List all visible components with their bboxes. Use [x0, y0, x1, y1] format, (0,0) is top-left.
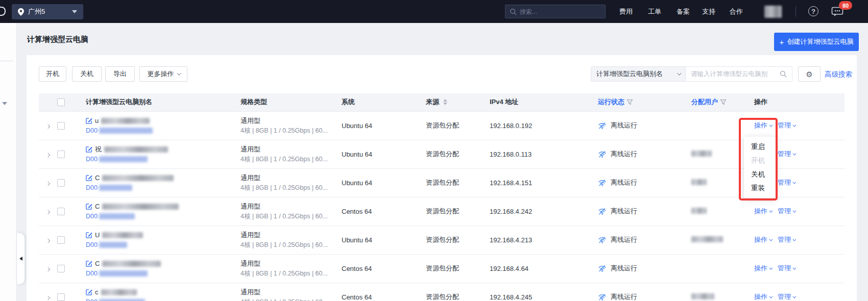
region-selector[interactable]: 广州5 — [12, 4, 83, 19]
nav-item-icp[interactable]: 备案 — [677, 0, 690, 23]
row-id-prefix: D00 — [86, 241, 98, 249]
expand-row-icon[interactable] — [46, 181, 50, 185]
chevron-down-icon — [792, 152, 796, 155]
row-manage-link[interactable]: 管理 — [778, 235, 795, 244]
status-text: 离线运行 — [611, 121, 637, 130]
wifi-offline-icon — [598, 122, 607, 130]
row-checkbox[interactable] — [57, 293, 65, 301]
row-action-link[interactable]: 操作 — [754, 121, 771, 130]
nav-item-ticket[interactable]: 工单 — [648, 0, 661, 23]
advanced-search-link[interactable]: 高级搜索 — [825, 70, 852, 79]
help-icon[interactable]: ? — [808, 6, 818, 16]
notification-badge[interactable]: 80 — [839, 1, 852, 10]
filter-funnel-icon[interactable] — [720, 99, 727, 106]
chevron-down-icon — [769, 266, 773, 269]
expand-row-icon[interactable] — [46, 238, 50, 242]
row-checkbox[interactable] — [57, 122, 65, 130]
row-id-prefix: D00 — [86, 184, 98, 192]
filter-search-input[interactable] — [691, 70, 780, 78]
row-action-link[interactable]: 操作 — [754, 235, 771, 244]
edit-name-icon[interactable] — [86, 117, 92, 124]
help-glyph: ? — [811, 8, 815, 15]
edit-name-icon[interactable] — [86, 146, 92, 153]
row-checkbox[interactable] — [57, 150, 65, 158]
create-cloud-pc-button[interactable]: + 创建计算增强型云电脑 — [774, 33, 859, 51]
row-manage-link[interactable]: 管理 — [778, 178, 795, 187]
row-name-prefix: U — [95, 231, 100, 239]
edit-name-icon[interactable] — [86, 203, 92, 210]
redacted-user — [691, 236, 723, 242]
system-cell: Ubuntu 64 — [334, 111, 419, 140]
more-actions-button[interactable]: 更多操作 — [139, 66, 187, 82]
spec-detail: 4核 | 8GB | 1 / 0.25Gbps | 60... — [240, 184, 334, 192]
row-action-link[interactable]: 操作 — [754, 207, 771, 216]
expand-row-icon[interactable] — [46, 153, 50, 157]
spec-type: 通用型 — [240, 203, 334, 211]
system-cell: Centos 64 — [334, 283, 419, 301]
spec-detail: 4核 | 8GB | 1 / 0.25Gbps | 60... — [240, 213, 334, 220]
content-card: 开机 关机 导出 更多操作 计算增强型云电脑别名 ⚙ 高级搜索 计算增强型云电脑… — [27, 55, 857, 301]
expand-row-icon[interactable] — [46, 124, 50, 128]
row-manage-link[interactable]: 管理 — [778, 264, 795, 273]
menu-item-shutdown[interactable]: 关机 — [744, 167, 776, 181]
chevron-down-icon — [792, 294, 796, 298]
sidebar-collapse-handle[interactable] — [17, 233, 25, 284]
row-action-link[interactable]: 操作 — [754, 292, 771, 301]
row-checkbox[interactable] — [57, 236, 65, 244]
row-id-prefix: D00 — [86, 270, 98, 278]
row-id-prefix: D00 — [86, 298, 98, 301]
header-system: 系统 — [334, 93, 419, 111]
menu-item-restart[interactable]: 重启 — [744, 140, 776, 154]
search-icon[interactable] — [780, 70, 787, 78]
row-name-prefix: C — [95, 203, 100, 211]
sort-icon[interactable] — [443, 99, 447, 105]
row-name-prefix: C — [95, 260, 100, 268]
expand-row-icon[interactable] — [46, 295, 50, 299]
power-off-button[interactable]: 关机 — [72, 66, 102, 82]
edit-name-icon[interactable] — [86, 260, 92, 267]
redacted-user — [691, 179, 707, 185]
system-cell: Centos 64 — [334, 254, 419, 283]
edit-name-icon[interactable] — [86, 174, 92, 181]
nav-item-billing[interactable]: 费用 — [619, 0, 633, 23]
region-label: 广州5 — [28, 7, 45, 16]
row-action-link[interactable]: 操作 — [754, 264, 771, 273]
topbar-search-input[interactable] — [520, 8, 601, 15]
row-manage-link[interactable]: 管理 — [778, 207, 795, 216]
expand-row-icon[interactable] — [46, 210, 50, 214]
avatar-redacted[interactable] — [764, 6, 782, 18]
ip-cell: 192.168.0.113 — [483, 140, 590, 168]
table-settings-button[interactable]: ⚙ — [798, 66, 821, 82]
header-spec: 规格类型 — [232, 93, 334, 111]
table-header-row: 计算增强型云电脑别名 规格类型 系统 来源 IPv4 地址 运行状态 分配用户 … — [39, 93, 845, 111]
source-cell: 资源包分配 — [419, 283, 483, 301]
row-checkbox[interactable] — [57, 208, 65, 215]
row-id-prefix: D00 — [86, 127, 98, 135]
select-chevron-down-icon — [677, 71, 681, 75]
edit-name-icon[interactable] — [86, 232, 92, 238]
row-manage-link[interactable]: 管理 — [778, 121, 795, 130]
export-button[interactable]: 导出 — [105, 66, 135, 82]
redacted-id — [99, 213, 135, 219]
spec-type: 通用型 — [240, 260, 334, 268]
sidebar-dropdown-caret-icon[interactable] — [2, 102, 7, 105]
nav-item-partner[interactable]: 合作 — [730, 0, 743, 23]
filter-field-select[interactable]: 计算增强型云电脑别名 — [591, 66, 686, 82]
wifi-offline-icon — [598, 236, 607, 244]
row-checkbox[interactable] — [57, 265, 65, 272]
nav-item-support[interactable]: 支持 — [702, 0, 715, 23]
chevron-down-icon — [792, 209, 796, 212]
row-manage-link[interactable]: 管理 — [778, 292, 795, 301]
expand-row-icon[interactable] — [46, 267, 50, 271]
row-checkbox[interactable] — [57, 179, 65, 187]
menu-item-reinstall[interactable]: 重装 — [744, 181, 776, 195]
select-all-checkbox[interactable] — [57, 98, 65, 106]
header-ops: 操作 — [745, 93, 845, 111]
top-bar: 广州5 费用 工单 备案 支持 合作 ? 80 — [0, 0, 868, 23]
topbar-search[interactable] — [505, 5, 606, 18]
row-manage-link[interactable]: 管理 — [778, 149, 795, 159]
filter-funnel-icon[interactable] — [626, 99, 633, 106]
power-on-button[interactable]: 开机 — [39, 66, 66, 82]
edit-name-icon[interactable] — [86, 289, 92, 295]
page-title: 计算增强型云电脑 — [27, 35, 88, 44]
